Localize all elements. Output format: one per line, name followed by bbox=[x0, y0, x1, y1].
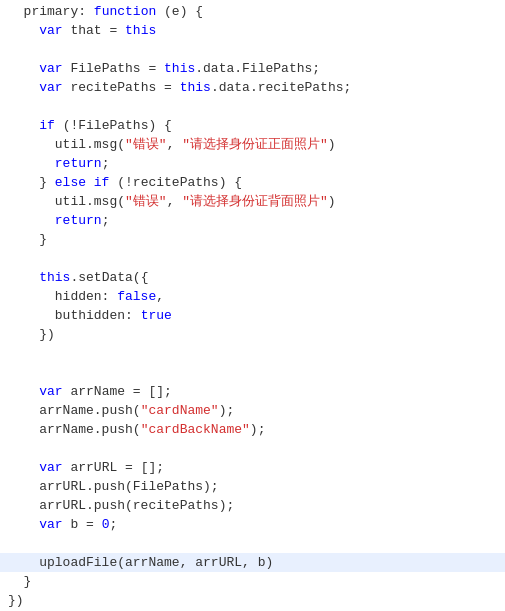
code-token: }) bbox=[8, 325, 55, 344]
code-line: }) bbox=[0, 325, 505, 344]
code-token: var bbox=[39, 458, 62, 477]
code-line: buthidden: true bbox=[0, 306, 505, 325]
code-token: ) bbox=[328, 192, 336, 211]
code-line bbox=[0, 344, 505, 363]
code-token: this bbox=[125, 21, 156, 40]
code-token: "错误" bbox=[125, 135, 167, 154]
code-token: b = bbox=[63, 515, 102, 534]
code-token: ); bbox=[219, 401, 235, 420]
code-token: "cardBackName" bbox=[141, 420, 250, 439]
code-token: true bbox=[141, 306, 172, 325]
code-line: uploadFile(arrName, arrURL, b) bbox=[0, 553, 505, 572]
code-token: , bbox=[167, 135, 183, 154]
code-token: var bbox=[39, 21, 62, 40]
code-token bbox=[8, 382, 39, 401]
code-token: arrURL.push(recitePaths); bbox=[8, 496, 234, 515]
code-line: var b = 0; bbox=[0, 515, 505, 534]
code-token: recitePaths = bbox=[63, 78, 180, 97]
code-line: if (!FilePaths) { bbox=[0, 116, 505, 135]
code-token: .data.recitePaths; bbox=[211, 78, 351, 97]
code-line bbox=[0, 534, 505, 553]
code-token: primary: bbox=[8, 2, 94, 21]
code-token: return bbox=[55, 154, 102, 173]
code-line: arrName.push("cardName"); bbox=[0, 401, 505, 420]
code-token: }) bbox=[8, 591, 24, 610]
code-token: util.msg( bbox=[8, 192, 125, 211]
code-token: "cardName" bbox=[141, 401, 219, 420]
code-token: 0 bbox=[102, 515, 110, 534]
code-token: (e) { bbox=[156, 2, 203, 21]
code-token: else if bbox=[55, 173, 110, 192]
code-token: var bbox=[39, 78, 62, 97]
code-token: } bbox=[8, 173, 55, 192]
code-token: false bbox=[117, 287, 156, 306]
code-token: "请选择身份证背面照片" bbox=[182, 192, 328, 211]
code-token: if bbox=[39, 116, 55, 135]
code-token: uploadFile(arrName, arrURL, b) bbox=[8, 553, 273, 572]
code-token: this bbox=[8, 268, 70, 287]
code-line: arrURL.push(FilePaths); bbox=[0, 477, 505, 496]
code-token bbox=[8, 21, 39, 40]
code-token: "错误" bbox=[125, 192, 167, 211]
code-token: ); bbox=[250, 420, 266, 439]
code-line: util.msg("错误", "请选择身份证背面照片") bbox=[0, 192, 505, 211]
code-line: var arrURL = []; bbox=[0, 458, 505, 477]
code-line: } bbox=[0, 230, 505, 249]
code-line: primary: function (e) { bbox=[0, 2, 505, 21]
code-token: that = bbox=[63, 21, 125, 40]
code-line: } bbox=[0, 572, 505, 591]
code-line: var that = this bbox=[0, 21, 505, 40]
code-token: ; bbox=[102, 154, 110, 173]
code-token: (!FilePaths) { bbox=[55, 116, 172, 135]
code-token: "请选择身份证正面照片" bbox=[182, 135, 328, 154]
code-token: ) bbox=[328, 135, 336, 154]
code-line: return; bbox=[0, 154, 505, 173]
code-token: this bbox=[180, 78, 211, 97]
code-token: buthidden: bbox=[8, 306, 141, 325]
code-line bbox=[0, 40, 505, 59]
code-token bbox=[8, 116, 39, 135]
code-token bbox=[8, 59, 39, 78]
code-token bbox=[8, 458, 39, 477]
code-line bbox=[0, 97, 505, 116]
code-token: (!recitePaths) { bbox=[109, 173, 242, 192]
code-token: util.msg( bbox=[8, 135, 125, 154]
code-line: hidden: false, bbox=[0, 287, 505, 306]
code-token: arrName = []; bbox=[63, 382, 172, 401]
code-line: } else if (!recitePaths) { bbox=[0, 173, 505, 192]
code-line bbox=[0, 439, 505, 458]
code-line: this.setData({ bbox=[0, 268, 505, 287]
code-token: function bbox=[94, 2, 156, 21]
code-line: return; bbox=[0, 211, 505, 230]
code-line bbox=[0, 249, 505, 268]
code-token bbox=[8, 154, 55, 173]
code-line: var recitePaths = this.data.recitePaths; bbox=[0, 78, 505, 97]
code-token bbox=[8, 211, 55, 230]
code-token: var bbox=[39, 59, 62, 78]
code-line: var arrName = []; bbox=[0, 382, 505, 401]
code-token: ; bbox=[109, 515, 117, 534]
code-token: arrName.push( bbox=[8, 401, 141, 420]
code-line bbox=[0, 363, 505, 382]
code-line: arrURL.push(recitePaths); bbox=[0, 496, 505, 515]
code-token bbox=[8, 78, 39, 97]
code-token: .setData({ bbox=[70, 268, 148, 287]
code-line: arrName.push("cardBackName"); bbox=[0, 420, 505, 439]
code-token bbox=[8, 515, 39, 534]
code-token: this bbox=[164, 59, 195, 78]
code-token: arrURL = []; bbox=[63, 458, 164, 477]
code-editor: primary: function (e) { var that = this … bbox=[0, 0, 505, 611]
code-token: .data.FilePaths; bbox=[195, 59, 320, 78]
code-token: var bbox=[39, 515, 62, 534]
code-token: ; bbox=[102, 211, 110, 230]
code-token: , bbox=[167, 192, 183, 211]
code-token: } bbox=[8, 230, 47, 249]
code-token: hidden: bbox=[8, 287, 117, 306]
code-token: } bbox=[8, 572, 31, 591]
code-token: arrURL.push(FilePaths); bbox=[8, 477, 219, 496]
code-token: , bbox=[156, 287, 164, 306]
code-token: return bbox=[55, 211, 102, 230]
code-line: }) bbox=[0, 591, 505, 610]
code-line: var FilePaths = this.data.FilePaths; bbox=[0, 59, 505, 78]
code-line: util.msg("错误", "请选择身份证正面照片") bbox=[0, 135, 505, 154]
